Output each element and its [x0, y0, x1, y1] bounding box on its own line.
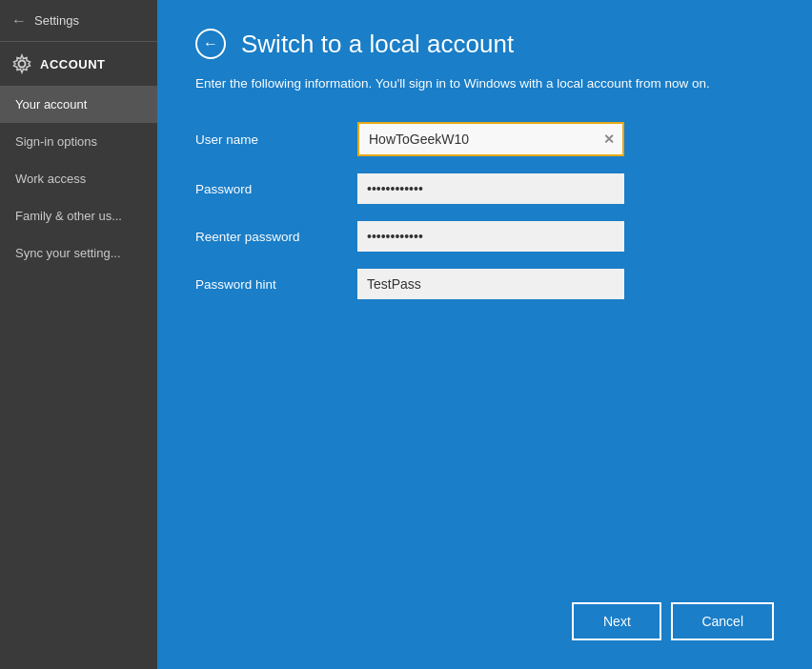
reenter-password-row: Reenter password — [195, 221, 774, 252]
username-label: User name — [195, 132, 357, 147]
password-input[interactable] — [357, 173, 624, 204]
password-hint-row: Password hint — [195, 269, 774, 299]
sidebar-item-sign-in-options[interactable]: Sign-in options — [0, 123, 157, 160]
username-input-wrapper: ✕ — [357, 122, 624, 156]
sidebar-item-work-access[interactable]: Work access — [0, 160, 157, 197]
password-input-wrapper — [357, 173, 624, 204]
sidebar-item-sync-settings-label: Sync your setting... — [15, 246, 121, 260]
dialog-back-button[interactable]: ← — [195, 29, 226, 59]
dialog-content: ← Switch to a local account Enter the fo… — [157, 0, 812, 669]
dialog-title-row: ← Switch to a local account — [195, 29, 774, 59]
reenter-password-input[interactable] — [357, 221, 624, 252]
password-hint-label: Password hint — [195, 277, 357, 292]
password-hint-input[interactable] — [357, 269, 624, 299]
dialog-title: Switch to a local account — [241, 30, 514, 59]
settings-sidebar: ← Settings ACCOUNT Your account Sign-in … — [0, 0, 157, 669]
dialog-footer: Next Cancel — [195, 583, 774, 640]
password-hint-input-wrapper — [357, 269, 624, 299]
desktop: Recycle Bin ← Settings ACCOUNT Your acco… — [0, 0, 812, 669]
sidebar-item-sign-in-options-label: Sign-in options — [15, 134, 97, 149]
reenter-password-input-wrapper — [357, 221, 624, 252]
cancel-button[interactable]: Cancel — [671, 602, 774, 640]
settings-back-arrow[interactable]: ← — [11, 12, 27, 30]
gear-icon — [11, 53, 32, 74]
settings-header: ← Settings — [0, 0, 157, 42]
password-row: Password — [195, 173, 774, 204]
sidebar-item-your-account[interactable]: Your account — [0, 86, 157, 123]
username-input[interactable] — [357, 122, 624, 156]
account-label: ACCOUNT — [40, 57, 106, 71]
sidebar-item-your-account-label: Your account — [15, 97, 87, 112]
sidebar-item-family-other[interactable]: Family & other us... — [0, 197, 157, 234]
settings-sidebar-title: Settings — [34, 13, 79, 28]
svg-point-6 — [19, 61, 26, 68]
sidebar-item-work-access-label: Work access — [15, 172, 86, 186]
sidebar-item-family-other-label: Family & other us... — [15, 209, 122, 223]
next-button[interactable]: Next — [572, 602, 661, 640]
sidebar-item-sync-settings[interactable]: Sync your setting... — [0, 234, 157, 272]
dialog-overlay: ← Switch to a local account Enter the fo… — [157, 0, 812, 669]
account-section: ACCOUNT — [0, 42, 157, 86]
dialog-subtitle: Enter the following information. You'll … — [195, 74, 729, 93]
username-clear-button[interactable]: ✕ — [599, 130, 619, 149]
username-row: User name ✕ — [195, 122, 774, 156]
password-label: Password — [195, 182, 357, 196]
reenter-password-label: Reenter password — [195, 230, 357, 244]
